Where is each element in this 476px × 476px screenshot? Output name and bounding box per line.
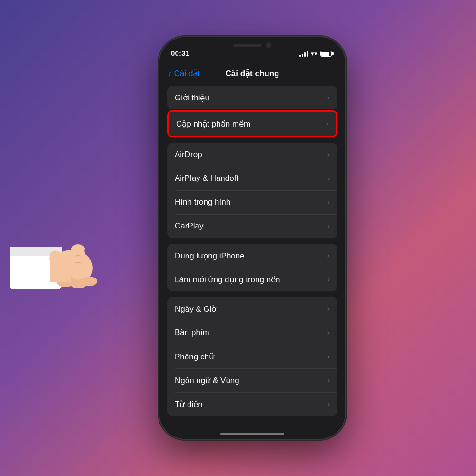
settings-label-lammoiungdung: Làm mới ứng dụng trong nền [175, 275, 280, 285]
settings-group-3-inner: Dung lượng iPhone › Làm mới ứng dụng tro… [167, 244, 337, 291]
settings-label-ngaygio: Ngày & Giờ [175, 304, 216, 314]
settings-group-2: AirDrop › AirPlay & Handoff › Hình trong… [167, 143, 337, 238]
back-chevron-icon: ‹ [168, 68, 171, 79]
settings-row-banphim[interactable]: Bàn phím › [167, 321, 337, 345]
page-title: Cài đặt chung [226, 61, 279, 86]
signal-bars-icon [299, 51, 308, 57]
settings-row-capnhat[interactable]: Cập nhật phần mềm › [169, 112, 336, 136]
chevron-icon-airplay: › [327, 174, 330, 183]
notch-speaker [233, 44, 262, 47]
settings-label-hinhtronghinh: Hình trong hình [175, 198, 230, 207]
settings-row-airdrop[interactable]: AirDrop › [167, 143, 337, 167]
settings-row-lammoiungdung[interactable]: Làm mới ứng dụng trong nền › [167, 268, 337, 291]
chevron-icon-capnhat: › [326, 119, 328, 128]
settings-row-gioithieu[interactable]: Giới thiệu › [167, 86, 337, 109]
settings-label-tudien: Từ điển [175, 399, 203, 409]
settings-group-4-inner: Ngày & Giờ › Bàn phím › Phông chữ › Ngôn… [167, 297, 337, 416]
chevron-icon-carplay: › [327, 222, 330, 230]
settings-label-phongchu: Phông chữ [175, 352, 214, 362]
chevron-icon-gioithieu: › [327, 93, 330, 102]
settings-scroll-area[interactable]: Giới thiệu › Cập nhật phần mềm › AirDrop [159, 86, 345, 423]
chevron-icon-airdrop: › [327, 150, 330, 159]
chevron-icon-lammoiungdung: › [327, 275, 330, 284]
nav-back-button[interactable]: ‹ Cài đặt [168, 61, 200, 86]
chevron-icon-tudien: › [327, 400, 330, 408]
notch-camera [266, 42, 271, 48]
settings-row-carplay[interactable]: CarPlay › [167, 214, 337, 238]
settings-row-hinhtronghinh[interactable]: Hình trong hình › [167, 190, 337, 214]
battery-icon [320, 51, 334, 57]
highlighted-row-wrapper: Cập nhật phần mềm › [167, 110, 337, 137]
settings-label-airplay: AirPlay & Handoff [175, 174, 238, 183]
svg-point-7 [71, 244, 85, 254]
chevron-icon-ngonngu: › [327, 376, 330, 385]
settings-row-tudien[interactable]: Từ điển › [167, 392, 337, 416]
settings-group-1: Giới thiệu › Cập nhật phần mềm › [167, 86, 337, 137]
settings-label-airdrop: AirDrop [175, 150, 202, 159]
hand-illustration [10, 201, 138, 306]
settings-label-banphim: Bàn phím [175, 328, 209, 337]
wifi-icon: ▾▾ [311, 50, 317, 57]
svg-rect-9 [50, 263, 71, 282]
settings-group-2-inner: AirDrop › AirPlay & Handoff › Hình trong… [167, 143, 337, 238]
chevron-icon-dungiphone: › [327, 251, 330, 260]
notch [214, 37, 290, 53]
svg-point-5 [82, 277, 97, 286]
settings-row-ngonngu[interactable]: Ngôn ngữ & Vùng › [167, 368, 337, 392]
settings-row-ngaygio[interactable]: Ngày & Giờ › [167, 297, 337, 321]
iphone-frame: 00:31 ▾▾ ‹ Cài đặt [159, 37, 345, 439]
settings-row-dungiphone[interactable]: Dung lượng iPhone › [167, 244, 337, 268]
home-indicator [220, 433, 284, 435]
chevron-icon-ngaygio: › [327, 305, 330, 313]
nav-back-label: Cài đặt [174, 69, 200, 79]
settings-group-4: Ngày & Giờ › Bàn phím › Phông chữ › Ngôn… [167, 297, 337, 416]
settings-group-1-inner: Giới thiệu › [167, 86, 337, 109]
status-time: 00:31 [171, 49, 189, 57]
screen-content: 00:31 ▾▾ ‹ Cài đặt [159, 37, 345, 439]
settings-label-ngonngu: Ngôn ngữ & Vùng [175, 376, 239, 386]
settings-label-carplay: CarPlay [175, 221, 203, 231]
settings-row-airplay[interactable]: AirPlay & Handoff › [167, 167, 337, 190]
chevron-icon-phongchu: › [327, 352, 330, 361]
chevron-icon-hinhtronghinh: › [327, 198, 330, 207]
settings-label-gioithieu: Giới thiệu [175, 93, 209, 103]
status-icons: ▾▾ [299, 50, 334, 57]
settings-group-3: Dung lượng iPhone › Làm mới ứng dụng tro… [167, 244, 337, 291]
chevron-icon-banphim: › [327, 328, 330, 337]
settings-row-phongchu[interactable]: Phông chữ › [167, 345, 337, 368]
settings-label-dungiphone: Dung lượng iPhone [175, 251, 245, 261]
settings-label-capnhat: Cập nhật phần mềm [176, 119, 250, 129]
